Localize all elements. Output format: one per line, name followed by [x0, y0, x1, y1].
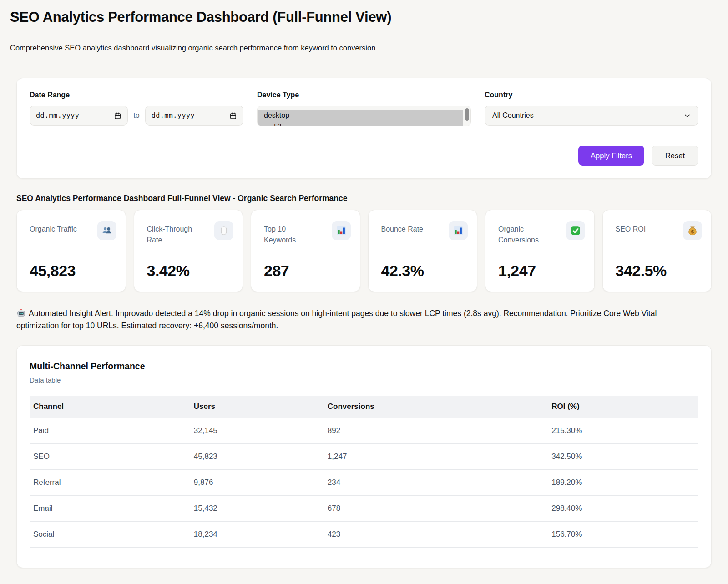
kpi-label: Click-Through Rate: [147, 221, 202, 246]
kpi-label: SEO ROI: [616, 221, 646, 235]
column-header-roi: ROI (%): [548, 396, 698, 418]
kpi-value: 1,247: [498, 262, 585, 280]
cell-roi: 342.50%: [548, 443, 698, 469]
apply-filters-button[interactable]: Apply Filters: [578, 146, 644, 166]
kpi-label: Top 10 Keywords: [264, 221, 318, 246]
cell-channel: SEO: [30, 443, 190, 469]
calendar-icon[interactable]: [114, 112, 121, 120]
svg-text:$: $: [691, 229, 694, 234]
table-row: Referral9,876234189.20%: [30, 469, 698, 495]
table-subtitle: Data table: [30, 376, 698, 384]
table-header-row: Channel Users Conversions ROI (%): [30, 396, 698, 418]
column-header-channel: Channel: [30, 396, 190, 418]
end-date-placeholder: dd.mm.yyyy: [152, 111, 195, 120]
kpi-value: 287: [264, 262, 351, 280]
cell-roi: 189.20%: [548, 469, 698, 495]
kpi-card: Organic Conversions1,247: [485, 210, 595, 292]
table-title: Multi-Channel Performance: [30, 361, 698, 372]
cell-conversions: 423: [324, 521, 548, 547]
device-type-option[interactable]: desktop: [258, 110, 463, 121]
section-heading: SEO Analytics Performance Dashboard Full…: [16, 194, 712, 203]
column-header-conversions: Conversions: [324, 396, 548, 418]
table-row: Email15,432678298.40%: [30, 495, 698, 521]
cell-channel: Referral: [30, 469, 190, 495]
country-filter: Country All Countries: [485, 91, 698, 126]
kpi-value: 3.42%: [147, 262, 234, 280]
insight-alert: Automated Insight Alert: Improvado detec…: [16, 307, 699, 332]
page-header: SEO Analytics Performance Dashboard (Ful…: [5, 9, 712, 52]
kpi-value: 45,823: [30, 262, 116, 280]
multi-channel-table: Channel Users Conversions ROI (%) Paid32…: [30, 396, 698, 548]
date-range-separator: to: [133, 111, 139, 120]
country-select[interactable]: All Countries: [485, 106, 698, 126]
cell-roi: 215.30%: [548, 418, 698, 443]
mouse-icon: [214, 221, 233, 240]
bar-chart-icon: [332, 221, 351, 240]
cell-roi: 156.70%: [548, 521, 698, 547]
kpi-value: 342.5%: [616, 262, 703, 280]
kpi-value: 42.3%: [381, 262, 468, 280]
end-date-input[interactable]: dd.mm.yyyy: [145, 106, 243, 126]
bar-chart-icon: [449, 221, 468, 240]
country-label: Country: [485, 91, 698, 99]
users-icon: [97, 221, 116, 240]
calendar-icon[interactable]: [229, 112, 237, 120]
table-row: Social18,234423156.70%: [30, 521, 698, 547]
insight-alert-text: Automated Insight Alert: Improvado detec…: [16, 309, 657, 330]
listbox-scrollbar[interactable]: [465, 108, 469, 121]
cell-users: 32,145: [190, 418, 324, 443]
cell-users: 9,876: [190, 469, 324, 495]
cell-users: 45,823: [190, 443, 324, 469]
cell-conversions: 234: [324, 469, 548, 495]
device-type-filter: Device Type desktopmobile: [257, 91, 471, 126]
kpi-label: Bounce Rate: [381, 221, 424, 235]
kpi-card: Top 10 Keywords287: [251, 210, 360, 292]
page-title: SEO Analytics Performance Dashboard (Ful…: [10, 9, 712, 25]
start-date-placeholder: dd.mm.yyyy: [36, 111, 79, 120]
kpi-card: SEO ROI$342.5%: [602, 210, 712, 292]
robot-icon: [16, 308, 26, 318]
column-header-users: Users: [190, 396, 324, 418]
kpi-card-grid: Organic Traffic45,823Click-Through Rate3…: [16, 210, 712, 292]
seo-dashboard-page: SEO Analytics Performance Dashboard (Ful…: [0, 0, 728, 582]
start-date-input[interactable]: dd.mm.yyyy: [30, 106, 128, 126]
kpi-label: Organic Conversions: [498, 221, 553, 246]
cell-channel: Email: [30, 495, 190, 521]
cell-conversions: 678: [324, 495, 548, 521]
date-range-label: Date Range: [30, 91, 243, 99]
kpi-card: Click-Through Rate3.42%: [134, 210, 243, 292]
cell-conversions: 892: [324, 418, 548, 443]
cell-users: 15,432: [190, 495, 324, 521]
cell-channel: Social: [30, 521, 190, 547]
reset-button[interactable]: Reset: [652, 146, 698, 166]
kpi-card: Bounce Rate42.3%: [368, 210, 478, 292]
money-bag-icon: $: [683, 221, 702, 240]
cell-users: 18,234: [190, 521, 324, 547]
page-subtitle: Comprehensive SEO analytics dashboard vi…: [10, 44, 712, 52]
multi-channel-performance-card: Multi-Channel Performance Data table Cha…: [16, 345, 712, 568]
date-range-filter: Date Range dd.mm.yyyy to dd.mm.yyy: [30, 91, 243, 126]
cell-roi: 298.40%: [548, 495, 698, 521]
device-type-option[interactable]: mobile: [258, 121, 463, 126]
device-type-listbox[interactable]: desktopmobile: [257, 106, 471, 126]
check-icon: [566, 221, 585, 240]
filter-panel: Date Range dd.mm.yyyy to dd.mm.yyy: [16, 78, 712, 179]
kpi-card: Organic Traffic45,823: [16, 210, 126, 292]
device-type-label: Device Type: [257, 91, 471, 99]
chevron-down-icon: [684, 112, 691, 119]
table-row: Paid32,145892215.30%: [30, 418, 698, 443]
country-selected-value: All Countries: [492, 111, 534, 120]
cell-conversions: 1,247: [324, 443, 548, 469]
table-row: SEO45,8231,247342.50%: [30, 443, 698, 469]
cell-channel: Paid: [30, 418, 190, 443]
kpi-label: Organic Traffic: [30, 221, 77, 235]
